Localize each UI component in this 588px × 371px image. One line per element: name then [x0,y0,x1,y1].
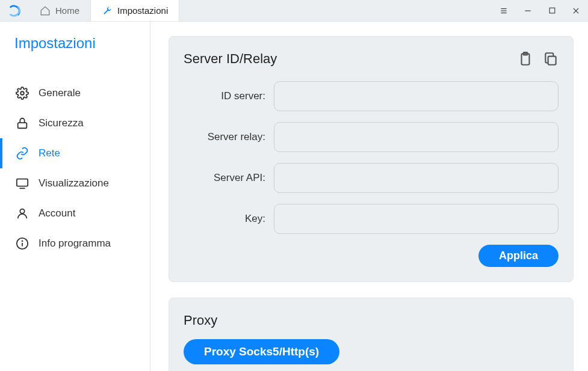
rustdesk-logo-icon [8,4,21,17]
label-relay-server: Server relay: [184,131,274,143]
sidebar-item-label: Sicurezza [39,117,84,129]
user-icon [16,207,29,220]
card-header: Proxy [184,313,559,328]
label-key: Key: [184,213,274,225]
main-content: Server ID/Relay ID server: Serv [150,22,588,371]
svg-rect-17 [548,57,556,65]
minimize-icon [524,7,532,15]
input-relay-server[interactable] [274,122,559,152]
close-button[interactable] [564,0,588,21]
sidebar-item-label: Visualizzazione [39,177,109,189]
tab-home-label: Home [55,5,79,16]
sidebar-item-account[interactable]: Account [0,198,150,228]
apply-button[interactable]: Applica [478,245,559,267]
gear-icon [16,87,29,100]
sidebar-item-about[interactable]: Info programma [0,228,150,259]
input-id-server[interactable] [274,81,559,111]
copy-icon[interactable] [543,51,559,67]
tab-settings[interactable]: Impostazioni [91,0,179,21]
svg-point-11 [20,209,24,213]
row-id-server: ID server: [184,81,559,111]
label-id-server: ID server: [184,90,274,102]
titlebar-left: Home Impostazioni [0,0,179,21]
link-icon [16,147,29,160]
card-header: Server ID/Relay [184,51,559,67]
card-actions: Applica [184,245,559,267]
paste-icon[interactable] [518,51,533,67]
svg-rect-9 [17,179,28,186]
card-title: Proxy [184,313,559,328]
tab-settings-label: Impostazioni [117,5,168,16]
menu-button[interactable] [492,0,516,21]
server-relay-card: Server ID/Relay ID server: Serv [169,36,574,282]
maximize-button[interactable] [540,0,564,21]
sidebar-item-general[interactable]: Generale [0,78,150,108]
input-api-server[interactable] [274,163,559,193]
info-icon [16,237,29,250]
titlebar: Home Impostazioni [0,0,588,22]
sidebar: Impostazioni Generale Sicurezza Rete [0,22,150,371]
body: Impostazioni Generale Sicurezza Rete [0,22,588,371]
sidebar-title: Impostazioni [0,35,150,52]
proxy-card: Proxy Proxy Socks5/Http(s) [169,298,574,371]
svg-point-7 [20,91,24,95]
sidebar-item-label: Rete [39,147,60,159]
wrench-icon [102,5,113,16]
close-icon [572,7,580,15]
sidebar-item-label: Account [39,207,75,219]
sidebar-item-security[interactable]: Sicurezza [0,108,150,138]
sidebar-item-display[interactable]: Visualizzazione [0,168,150,198]
proxy-socks-button[interactable]: Proxy Socks5/Http(s) [184,339,339,364]
input-key[interactable] [274,204,559,234]
monitor-icon [16,177,29,190]
svg-rect-8 [18,123,27,128]
row-key: Key: [184,204,559,234]
svg-point-14 [22,241,23,241]
tab-home[interactable]: Home [29,0,91,21]
menu-icon [500,7,508,15]
minimize-button[interactable] [516,0,540,21]
titlebar-right [492,0,588,21]
svg-rect-4 [549,8,555,13]
home-icon [40,5,51,16]
row-api-server: Server API: [184,163,559,193]
card-header-actions [518,51,559,67]
maximize-icon [548,7,556,14]
label-api-server: Server API: [184,172,274,184]
row-relay-server: Server relay: [184,122,559,152]
sidebar-item-label: Info programma [39,238,111,250]
sidebar-item-network[interactable]: Rete [0,138,150,168]
sidebar-item-label: Generale [39,87,81,99]
card-title: Server ID/Relay [184,51,518,67]
app-logo [0,0,29,21]
lock-icon [16,117,29,130]
